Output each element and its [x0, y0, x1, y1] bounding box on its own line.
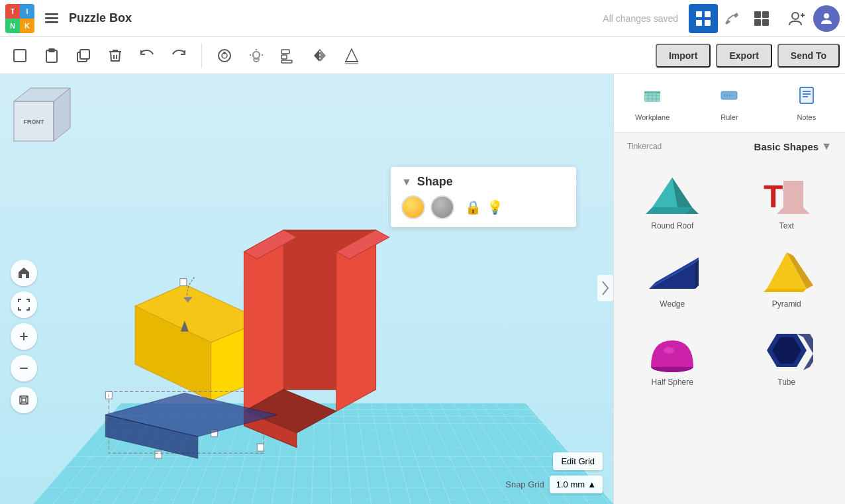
svg-line-7: [728, 15, 733, 19]
shape-color-picker: 🔒 💡: [401, 195, 566, 219]
duplicate-button[interactable]: [69, 41, 98, 70]
wedge-label: Wedge: [660, 299, 685, 309]
sendto-button[interactable]: Send To: [777, 44, 840, 68]
toolbar: Import Export Send To: [0, 37, 845, 74]
half-sphere-label: Half Sphere: [652, 378, 693, 387]
align-button[interactable]: [273, 41, 303, 70]
blocks-button[interactable]: [747, 4, 776, 33]
snap-grid-value[interactable]: 1.0 mm ▲: [550, 476, 603, 493]
snap-chevron-icon: ▲: [587, 479, 596, 489]
svg-point-21: [219, 50, 230, 62]
shape-text[interactable]: T Text: [734, 166, 840, 236]
color-hole[interactable]: [430, 195, 454, 219]
grid-view-button[interactable]: [689, 4, 718, 33]
svg-rect-31: [281, 60, 292, 63]
undo-button[interactable]: [132, 41, 162, 70]
bulb-icon[interactable]: 💡: [487, 199, 503, 215]
shapes-library: Tinkercad Basic Shapes ▼ Round Roof: [614, 132, 845, 504]
edit-grid-button[interactable]: Edit Grid: [553, 452, 603, 470]
svg-text:T: T: [764, 179, 783, 214]
round-roof-label: Round Roof: [651, 221, 693, 230]
svg-rect-16: [14, 50, 26, 62]
ruler-button[interactable]: Ruler: [691, 79, 768, 126]
shape-tube[interactable]: Tube: [734, 322, 840, 392]
3d-scene[interactable]: [0, 74, 613, 504]
right-panel-top: Workplane Ruler: [614, 74, 845, 132]
workplane-button[interactable]: Workplane: [614, 79, 691, 126]
redo-button[interactable]: [164, 41, 193, 70]
svg-rect-10: [754, 19, 761, 26]
delete-button[interactable]: [101, 41, 130, 70]
svg-rect-30: [281, 55, 287, 59]
svg-rect-20: [80, 50, 89, 59]
svg-rect-53: [155, 451, 162, 458]
svg-marker-85: [646, 207, 692, 214]
menu-icon[interactable]: [40, 7, 64, 30]
tube-label: Tube: [777, 378, 795, 387]
logo-k: K: [20, 19, 34, 33]
svg-point-12: [792, 13, 799, 19]
tube-preview: [760, 327, 813, 374]
lock-icon[interactable]: 🔒: [465, 199, 481, 215]
light-button[interactable]: [242, 41, 271, 70]
svg-rect-11: [762, 19, 769, 26]
shapes-header: Tinkercad Basic Shapes ▼: [627, 140, 832, 152]
svg-rect-74: [721, 91, 737, 99]
svg-point-24: [253, 52, 260, 58]
svg-rect-49: [180, 279, 187, 286]
shape-half-sphere[interactable]: Half Sphere: [619, 322, 726, 392]
svg-marker-57: [336, 230, 376, 411]
svg-rect-9: [762, 11, 769, 18]
app-title: Puzzle Box: [69, 11, 132, 25]
notes-icon: [796, 85, 817, 111]
mirror-button[interactable]: [337, 41, 366, 70]
main-area: FRONT: [0, 74, 845, 504]
wedge-preview: [646, 249, 699, 295]
flip-button[interactable]: [305, 41, 334, 70]
tools-button[interactable]: [718, 4, 747, 33]
logo-n: N: [5, 19, 20, 33]
snap-grid-label: Snap Grid: [505, 479, 544, 489]
ruler-icon: [719, 85, 740, 111]
shape-wedge[interactable]: Wedge: [619, 244, 726, 314]
logo-i: I: [20, 4, 34, 19]
save-status: All changes saved: [603, 13, 678, 24]
notes-label: Notes: [797, 113, 816, 121]
shape-panel-collapse[interactable]: ▼: [401, 176, 412, 188]
round-roof-preview: [646, 171, 699, 217]
shape-pyramid[interactable]: Pyramid: [734, 244, 840, 314]
svg-rect-52: [257, 444, 264, 451]
svg-rect-3: [696, 11, 702, 17]
export-button[interactable]: Export: [716, 44, 771, 68]
toolbar-separator-1: [201, 44, 202, 68]
add-user-button[interactable]: [781, 4, 811, 33]
scene-svg: [0, 74, 613, 504]
panel-toggle-button[interactable]: [597, 275, 613, 304]
svg-point-15: [824, 13, 829, 19]
shapes-section: Tinkercad Basic Shapes ▼: [619, 132, 840, 166]
shape-panel: ▼ Shape 🔒 💡: [391, 167, 576, 227]
shapes-category-name: Basic Shapes: [754, 141, 819, 152]
half-sphere-preview: [646, 327, 699, 374]
svg-rect-0: [45, 13, 58, 15]
shapes-chevron-icon: ▼: [821, 140, 832, 152]
svg-marker-56: [244, 230, 283, 411]
bottom-controls: Edit Grid Snap Grid 1.0 mm ▲: [505, 452, 603, 493]
paste-button[interactable]: [37, 41, 66, 70]
new-shape-button[interactable]: [5, 41, 34, 70]
inspector-button[interactable]: [210, 41, 239, 70]
shapes-category-selector[interactable]: Basic Shapes ▼: [754, 140, 832, 152]
viewport[interactable]: FRONT: [0, 74, 613, 504]
svg-rect-4: [705, 11, 711, 17]
shapes-brand: Tinkercad: [627, 142, 662, 151]
notes-button[interactable]: Notes: [768, 79, 845, 126]
import-button[interactable]: Import: [656, 44, 711, 68]
snap-grid-row: Snap Grid 1.0 mm ▲: [505, 476, 603, 493]
pyramid-label: Pyramid: [772, 299, 801, 309]
text-label: Text: [779, 221, 794, 230]
logo[interactable]: T I N K: [5, 4, 34, 33]
shape-round-roof[interactable]: Round Roof: [619, 166, 726, 236]
color-solid[interactable]: [401, 195, 425, 219]
svg-rect-79: [800, 87, 813, 103]
avatar[interactable]: [813, 5, 840, 32]
